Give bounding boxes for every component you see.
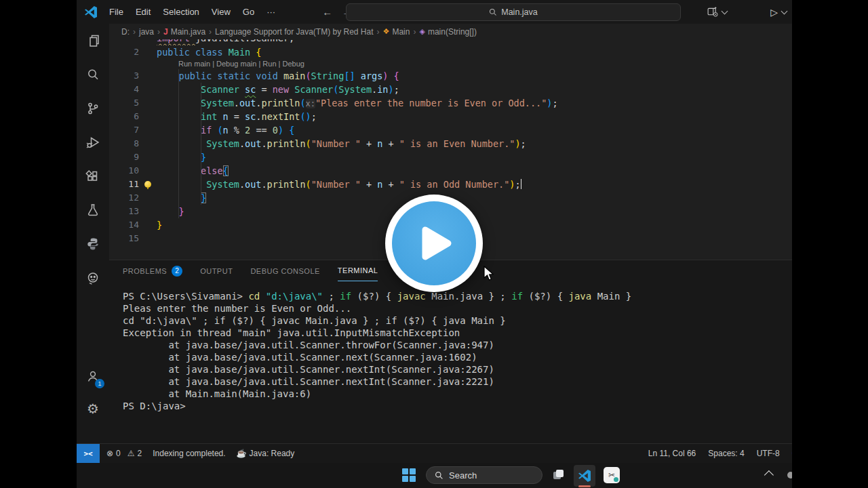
lightbulb-icon[interactable] [144, 181, 151, 188]
testing-icon[interactable] [77, 197, 109, 224]
code-line: 8 System.out.println("Number " + n + " i… [109, 137, 792, 150]
problems-status[interactable]: ⊗ 0 ⚠ 2 [106, 449, 142, 458]
panel-tab-output[interactable]: OUTPUT [200, 260, 233, 281]
back-arrow-icon[interactable]: ← [322, 6, 332, 18]
show-hidden-icons-chevron[interactable] [764, 470, 774, 480]
accounts-badge: 1 [95, 379, 104, 388]
menu-selection[interactable]: Selection [157, 5, 205, 19]
taskbar-search-label: Search [449, 470, 477, 481]
partial-top-line: import java.util.Scanner; [109, 39, 792, 45]
text-cursor [521, 179, 522, 189]
search-icon [435, 471, 443, 480]
breadcrumb-item[interactable]: D: [121, 27, 130, 37]
indentation[interactable]: Spaces: 4 [708, 449, 744, 458]
status-bar: >< ⊗ 0 ⚠ 2 Indexing completed. ☕ Java: R… [77, 443, 792, 463]
search-icon [489, 8, 497, 16]
indexing-status[interactable]: Indexing completed. [153, 449, 225, 458]
cursor-position[interactable]: Ln 11, Col 66 [648, 449, 696, 458]
terminal-line: cd "d:\java\" ; if ($?) { javac Main.jav… [123, 314, 788, 327]
warning-count: 2 [138, 449, 142, 458]
menu-file[interactable]: File [103, 5, 130, 19]
code-line: 10 else{ [109, 164, 792, 178]
code-line: 4 Scanner sc = new Scanner(System.in); [109, 83, 792, 96]
search-sidebar-icon[interactable] [77, 61, 109, 88]
panel-tab-debug-console[interactable]: DEBUG CONSOLE [250, 260, 319, 281]
code-line: 3 public static void main(String[] args)… [109, 69, 792, 83]
encoding[interactable]: UTF-8 [757, 449, 780, 458]
windows-taskbar: Search ✂ [77, 463, 792, 488]
run-dropdown-chevron-icon[interactable] [781, 7, 788, 14]
indent-guide [178, 69, 179, 218]
menu-go[interactable]: Go [237, 5, 260, 19]
task-view-icon[interactable] [553, 470, 564, 481]
java-file-icon: J [163, 27, 168, 37]
run-button[interactable]: ▷ [770, 7, 778, 18]
remote-indicator[interactable]: >< [77, 444, 100, 463]
tray-icon-partial[interactable] [787, 472, 792, 479]
panel-tab-terminal[interactable]: TERMINAL [338, 260, 378, 281]
symbol-class-icon: ❖ [383, 27, 390, 36]
terminal-line: at java.base/java.util.Scanner.next(Scan… [123, 351, 788, 363]
codelens-actions[interactable]: Run main | Debug main | Run | Debug [109, 59, 792, 69]
code-line: 11 System.out.println("Number " + n + " … [109, 178, 792, 191]
source-control-icon[interactable] [77, 95, 109, 122]
layout-control-icon[interactable] [707, 6, 718, 18]
play-triangle-icon [420, 224, 455, 262]
command-center-search[interactable]: Main.java [346, 3, 681, 21]
terminal-line: Exception in thread "main" java.util.Inp… [123, 327, 788, 339]
python-icon[interactable] [77, 230, 109, 258]
terminal-line: at java.base/java.util.Scanner.throwFor(… [123, 339, 788, 351]
mouse-cursor [483, 266, 495, 282]
breadcrumb-item[interactable]: ❖Main [383, 27, 410, 37]
explorer-icon[interactable] [77, 27, 109, 54]
java-status[interactable]: ☕ Java: Ready [237, 449, 295, 458]
error-count: 0 [116, 449, 121, 458]
error-icon: ⊗ [106, 449, 113, 458]
code-line: 9 } [109, 150, 792, 164]
coffee-icon: ☕ [237, 449, 247, 458]
accounts-icon[interactable]: 1 [77, 363, 109, 390]
run-and-debug-icon[interactable] [77, 129, 109, 156]
code-line: 7 if (n % 2 == 0) { [109, 123, 792, 137]
start-button-icon[interactable] [402, 468, 416, 482]
menu-edit[interactable]: Edit [130, 5, 157, 19]
problems-badge: 2 [172, 266, 182, 277]
vscode-logo-icon [84, 5, 98, 19]
breadcrumb-item[interactable]: ◈main(String[]) [419, 27, 477, 37]
taskbar-vscode-icon[interactable] [574, 465, 595, 487]
video-play-overlay[interactable] [385, 195, 483, 292]
play-button-circle[interactable] [392, 201, 476, 285]
settings-gear-icon[interactable]: ⚙ [77, 395, 109, 422]
terminal-line: at Main.main(Main.java:6) [123, 388, 788, 400]
panel-tab-problems[interactable]: PROBLEMS2 [123, 260, 182, 281]
breadcrumb: D:›java›JMain.java›Language Support for … [109, 24, 792, 39]
terminal-line: at java.base/java.util.Scanner.nextInt(S… [123, 375, 788, 388]
terminal-line: PS C:\Users\Sivamani> cd "d:\java\" ; if… [123, 290, 788, 302]
terminal-line: at java.base/java.util.Scanner.nextInt(S… [123, 363, 788, 375]
breadcrumb-item[interactable]: JMain.java [163, 27, 205, 37]
extensions-icon[interactable] [77, 163, 109, 190]
warning-icon: ⚠ [127, 449, 135, 458]
taskbar-search[interactable]: Search [426, 466, 542, 484]
breadcrumb-item[interactable]: Language Support for Java(TM) by Red Hat [215, 27, 373, 37]
indent-guide [201, 83, 201, 205]
breadcrumb-item[interactable]: java [139, 27, 154, 37]
ai-extension-icon[interactable] [77, 264, 109, 291]
menu-view[interactable]: View [205, 5, 237, 19]
terminal-line: PS D:\java> [123, 400, 788, 412]
menu-bar: FileEditSelectionViewGo··· [103, 5, 281, 19]
activity-bar: 1 ⚙ [77, 24, 109, 444]
code-line: 5 System.out.println(x:"Pleas enter the … [109, 96, 792, 110]
taskbar-video-app-icon[interactable]: ✂ [604, 467, 620, 483]
symbol-method-icon: ◈ [419, 27, 425, 36]
title-bar: FileEditSelectionViewGo··· ← → Main.java… [77, 0, 792, 24]
command-center-value: Main.java [501, 7, 538, 17]
code-line: 6 int n = sc.nextInt(); [109, 110, 792, 123]
terminal-output[interactable]: PS C:\Users\Sivamani> cd "d:\java\" ; if… [123, 290, 788, 442]
terminal-line: Pleas enter the number is Even or Odd... [123, 302, 788, 314]
code-line: 2public class Main { [109, 45, 792, 59]
menu-[interactable]: ··· [260, 5, 281, 19]
layout-dropdown-chevron-icon[interactable] [722, 7, 728, 14]
